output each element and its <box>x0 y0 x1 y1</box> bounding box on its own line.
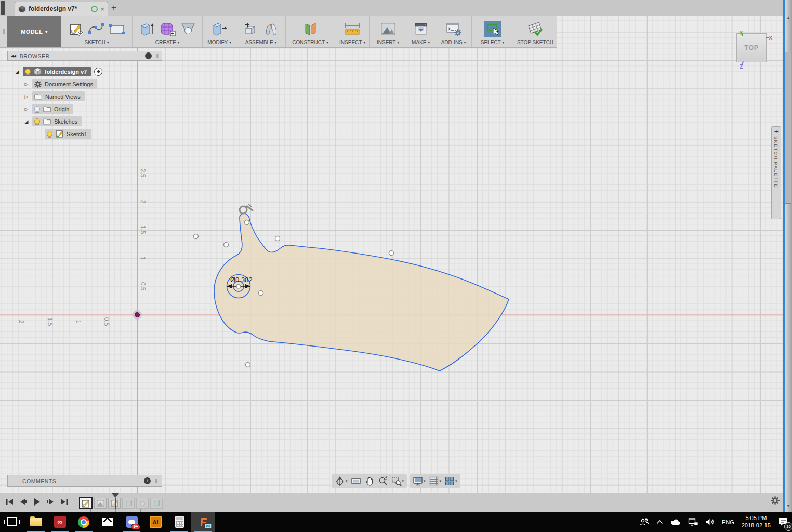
tree-row-sketches[interactable]: ◢ Sketches <box>24 116 82 126</box>
timeline-settings-gear-icon[interactable] <box>771 496 780 505</box>
toolbar-grip[interactable]: ‖ <box>0 16 7 47</box>
measure-icon[interactable] <box>344 21 361 37</box>
insert-menu[interactable]: INSERT▾ <box>377 39 399 47</box>
tree-row-document-settings[interactable]: ▷ Document Settings <box>24 79 97 89</box>
root-document-node[interactable]: folderdesign v7 <box>23 66 91 76</box>
comments-grip[interactable]: ‖ <box>155 478 157 484</box>
expand-palette-icon[interactable]: ◀◀ <box>774 129 778 133</box>
browser-grip[interactable]: ‖ <box>156 53 159 59</box>
display-settings-button[interactable]: ▾ <box>412 475 427 487</box>
visibility-bulb-icon[interactable] <box>25 69 31 74</box>
select-tool-active[interactable] <box>484 21 501 37</box>
3d-print-icon[interactable] <box>413 21 429 37</box>
viewports-button[interactable]: ▾ <box>443 475 458 487</box>
background-scrollbar[interactable]: ▲ ▼ <box>785 0 792 512</box>
scroll-down-arrow[interactable]: ▼ <box>785 504 792 508</box>
extrude-icon[interactable] <box>138 21 155 37</box>
scripts-addins-icon[interactable] <box>445 21 463 37</box>
timeline-item-body[interactable] <box>136 498 149 509</box>
chrome-button[interactable] <box>72 512 96 532</box>
people-button[interactable] <box>636 512 653 532</box>
expand-open-icon[interactable]: ◢ <box>24 119 29 124</box>
rectangle-tool-icon[interactable] <box>109 21 125 37</box>
clock[interactable]: 5:05 PM 2018-02-15 <box>738 512 774 532</box>
orbit-button[interactable]: ▾ <box>334 475 349 487</box>
collapse-browser-icon[interactable]: ◀◀ <box>11 54 16 58</box>
creative-cloud-button[interactable]: ∞ <box>48 512 72 532</box>
stop-sketch-icon[interactable] <box>526 21 544 37</box>
assemble-menu[interactable]: ASSEMBLE▾ <box>245 39 276 47</box>
zoom-window-button[interactable]: ▾ <box>390 475 405 487</box>
task-view-button[interactable] <box>0 512 24 532</box>
stop-sketch-button[interactable]: STOP SKETCH <box>517 39 553 47</box>
select-menu[interactable]: SELECT▾ <box>481 39 504 47</box>
joint-icon[interactable] <box>263 21 279 37</box>
new-tab-button[interactable]: + <box>111 3 116 13</box>
create-form-icon[interactable] <box>159 21 176 37</box>
addins-menu[interactable]: ADD-INS▾ <box>441 39 466 47</box>
pan-button[interactable] <box>363 475 376 487</box>
timeline-item-extrude2[interactable] <box>150 498 163 509</box>
inspect-menu[interactable]: INSPECT▾ <box>339 39 365 47</box>
step-back-button[interactable] <box>19 498 28 506</box>
sketch-palette-tab[interactable]: ◀◀ SKETCH PALETTE <box>771 126 781 219</box>
go-to-end-button[interactable] <box>60 498 69 506</box>
document-settings-node[interactable]: Document Settings <box>32 79 97 89</box>
press-pull-icon[interactable] <box>211 21 228 37</box>
viewcube-face-label[interactable]: TOP <box>744 44 758 51</box>
create-sketch-icon[interactable] <box>68 21 84 37</box>
play-button[interactable] <box>32 497 42 507</box>
fusion360-button[interactable]: F 360 <box>191 512 215 532</box>
sketch-menu[interactable]: SKETCH▾ <box>84 39 109 47</box>
illustrator-button[interactable]: Ai <box>143 512 167 532</box>
spline-tool-icon[interactable] <box>88 21 104 37</box>
document-tab[interactable]: folderdesign v7* × <box>15 2 108 16</box>
discord-button[interactable]: 9+ <box>120 512 143 532</box>
add-comment-button[interactable]: + <box>144 477 151 484</box>
mail-button[interactable] <box>96 512 120 532</box>
tree-row-origin[interactable]: ▷ Origin <box>24 104 73 114</box>
visibility-bulb-off-icon[interactable] <box>34 106 40 112</box>
construct-menu[interactable]: CONSTRUCT▾ <box>292 39 328 47</box>
insert-image-icon[interactable] <box>380 21 397 37</box>
timeline-item-sketch1[interactable] <box>79 497 93 509</box>
viewcube[interactable]: TOP Y X Z <box>736 33 767 62</box>
onedrive-button[interactable] <box>667 512 684 532</box>
workspace-switcher[interactable]: MODEL ▾ <box>7 16 61 47</box>
modify-menu[interactable]: MODIFY▾ <box>207 39 231 47</box>
step-forward-button[interactable] <box>46 498 55 506</box>
scrollbar-thumb[interactable] <box>785 52 791 204</box>
timeline-item-canvas-image[interactable] <box>94 498 107 509</box>
model-canvas[interactable]: 2.5 2 1.5 1 0.5 2 1.5 1 0.5 Ø0.382 TOP Y… <box>0 16 785 493</box>
file-explorer-button[interactable] <box>24 512 48 532</box>
visibility-bulb-icon[interactable] <box>47 131 52 137</box>
expand-open-icon[interactable]: ◢ <box>15 69 20 74</box>
comments-bar[interactable]: COMMENTS + ‖ <box>7 475 162 487</box>
go-to-start-button[interactable] <box>5 498 14 506</box>
timeline-position-marker[interactable] <box>112 493 119 511</box>
volume-button[interactable] <box>702 512 718 532</box>
tree-row-named-views[interactable]: ▷ Named Views <box>24 91 85 101</box>
expand-closed-icon[interactable]: ▷ <box>24 82 29 87</box>
origin-node[interactable]: Origin <box>32 104 73 114</box>
timeline-item-extrude1[interactable] <box>122 498 135 509</box>
visibility-bulb-icon[interactable] <box>34 118 40 124</box>
collapse-browser-button[interactable]: − <box>145 52 152 59</box>
activate-component-radio[interactable] <box>94 68 102 76</box>
named-views-node[interactable]: Named Views <box>32 91 85 101</box>
scroll-up-arrow[interactable]: ▲ <box>785 16 792 19</box>
tree-row-sketch1[interactable]: Sketch1 <box>45 129 91 139</box>
language-indicator[interactable]: ENG <box>718 512 738 532</box>
sketch1-node[interactable]: Sketch1 <box>45 129 91 139</box>
action-center-button[interactable]: 16 <box>774 512 792 532</box>
network-button[interactable] <box>684 512 702 532</box>
revolve-icon[interactable] <box>180 21 196 37</box>
zoom-button[interactable] <box>377 475 389 487</box>
grid-settings-button[interactable]: ▾ <box>428 475 443 487</box>
expand-closed-icon[interactable]: ▷ <box>24 94 29 99</box>
show-hidden-icons-button[interactable] <box>653 512 667 532</box>
make-menu[interactable]: MAKE▾ <box>412 39 430 47</box>
tree-row-root[interactable]: ◢ folderdesign v7 <box>15 66 102 76</box>
browser-header[interactable]: ◀◀ BROWSER − ‖ <box>7 51 162 61</box>
expand-closed-icon[interactable]: ▷ <box>24 107 29 112</box>
